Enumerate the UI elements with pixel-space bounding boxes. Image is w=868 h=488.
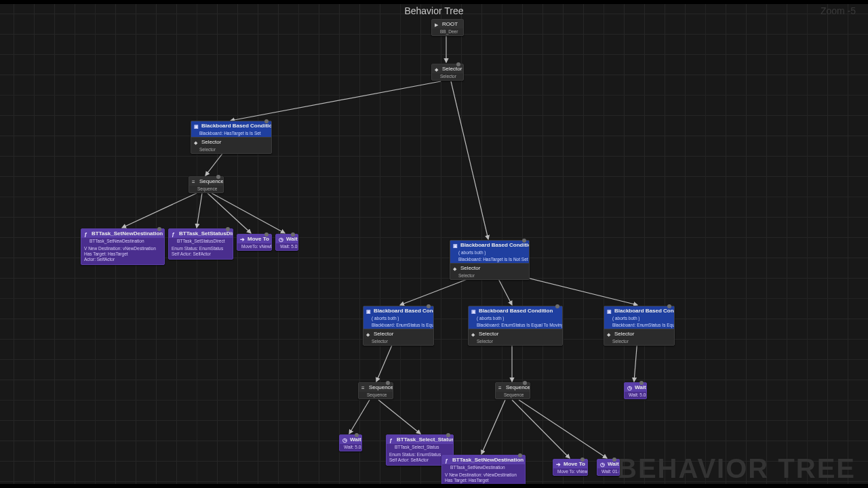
task-sub: BTTask_SetNewDestination — [81, 238, 164, 245]
sequence-icon — [498, 385, 504, 390]
node-task-setstatusdirect[interactable]: BTTask_SetStatusDirect BTTask_SetStatusD… — [168, 228, 233, 260]
selector-sublabel: Selector — [604, 338, 674, 345]
selector-sublabel: Selector — [450, 272, 529, 279]
node-pin — [456, 62, 460, 66]
decorator-sub: Blackboard: EnumStatus Is Equal To Idle — [363, 322, 433, 329]
node-sequence-idle[interactable]: Sequence Sequence — [358, 382, 393, 399]
task-sub: BTTask_SetNewDestination — [442, 464, 525, 471]
node-selector-grazing[interactable]: Blackboard Based Condition ( aborts both… — [604, 306, 675, 346]
node-sequence-moving[interactable]: Sequence Sequence — [495, 382, 530, 399]
node-selector-right[interactable]: Blackboard Based Condition ( aborts both… — [450, 240, 530, 280]
node-task-moveto-1[interactable]: Move To MoveTo: vNewDestination — [237, 234, 272, 251]
node-pin — [555, 304, 559, 308]
node-pin — [355, 433, 359, 437]
decorator-sub: ( aborts both ) — [450, 249, 529, 256]
node-pin — [386, 381, 390, 385]
task-title: Move To — [248, 236, 269, 242]
node-task-setdest-2[interactable]: BTTask_SetNewDestination BTTask_SetNewDe… — [441, 455, 526, 488]
decorator-title: Blackboard Based Condition — [460, 242, 529, 248]
node-task-setdest-1[interactable]: BTTask_SetNewDestination BTTask_SetNewDe… — [81, 228, 165, 265]
node-pin — [264, 119, 269, 123]
sequence-sublabel: Sequence — [496, 392, 530, 399]
task-prop: Has Target: HasTarget — [84, 251, 161, 257]
task-title: Wait — [635, 384, 646, 390]
task-sub: Wait: 01.00 — [597, 468, 619, 475]
sequence-icon — [192, 179, 197, 184]
task-title: Wait — [350, 436, 361, 443]
condition-icon — [607, 308, 612, 314]
node-task-wait-4[interactable]: Wait Wait: 5.0s — [624, 382, 647, 399]
node-pin — [216, 175, 220, 179]
node-pin — [264, 232, 269, 237]
task-sub: Move To: vNewDestination — [553, 468, 587, 475]
task-sub: BTTask_Select_Status — [387, 444, 453, 451]
node-selector-left[interactable]: Blackboard Based Condition Blackboard: H… — [191, 121, 272, 154]
node-pin — [427, 304, 431, 308]
wait-icon — [627, 385, 633, 390]
node-selector-moving[interactable]: Blackboard Based Condition ( aborts both… — [468, 306, 563, 346]
node-pin — [518, 453, 522, 458]
task-icon — [84, 231, 90, 237]
decorator-sub: Blackboard: EnumStatus Is Equal To Movin… — [469, 322, 562, 329]
node-task-wait-2[interactable]: Wait Wait: 5.0s — [339, 434, 362, 451]
task-title: BTTask_Select_Status — [397, 436, 453, 443]
task-prop: V New Destination: vNewDestination — [84, 246, 161, 251]
wait-icon — [279, 237, 284, 242]
move-icon — [240, 237, 245, 242]
selector-icon — [366, 331, 372, 337]
selector-sublabel: Selector — [191, 146, 271, 153]
wait-icon — [342, 437, 348, 443]
decorator-title: Blackboard Based Condition — [479, 308, 553, 314]
node-task-moveto-2[interactable]: Move To Move To: vNewDestination — [553, 459, 588, 476]
root-icon — [435, 22, 440, 27]
selector-sublabel: Selector — [469, 338, 562, 345]
move-icon — [556, 462, 561, 467]
zoom-indicator: Zoom -5 — [821, 5, 856, 16]
selector-label: Selector — [479, 331, 498, 337]
node-sequence-left[interactable]: Sequence Sequence — [189, 176, 224, 193]
task-sub: Wait: 5.0s — [625, 392, 646, 399]
selector-icon — [435, 66, 440, 72]
page-title: Behavior Tree — [404, 5, 463, 16]
sequence-icon — [361, 385, 367, 390]
node-pin — [523, 381, 527, 385]
decorator-sub: ( aborts both ) — [363, 315, 433, 322]
selector-sublabel: Selector — [363, 338, 433, 345]
condition-icon — [453, 243, 458, 248]
decorator-sub: Blackboard: EnumStatus Is Equal To Grazi… — [604, 322, 674, 329]
task-sub: Wait: 5.0s — [276, 243, 298, 250]
sequence-label: Sequence — [369, 384, 393, 390]
task-icon — [172, 231, 177, 237]
task-prop: Self Actor: SelfActor — [172, 251, 230, 257]
task-title: Wait — [608, 461, 619, 467]
decorator-sub: ( aborts both ) — [469, 315, 562, 322]
node-pin — [612, 458, 616, 462]
task-title: Wait — [286, 236, 298, 242]
node-pin — [226, 227, 230, 231]
task-title: BTTask_SetNewDestination — [452, 457, 524, 463]
letterbox-bottom — [0, 484, 868, 488]
task-prop: Actor: SelfActor — [84, 257, 161, 262]
task-sub: BTTask_SetStatusDirect — [169, 238, 233, 245]
task-title: BTTask_SetStatusDirect — [179, 230, 233, 237]
task-title: Move To — [564, 461, 585, 467]
decorator-sub: Blackboard: HasTarget is Is Set — [191, 130, 271, 137]
task-sub: Wait: 5.0s — [340, 444, 361, 451]
decorator-sub: Blackboard: HasTarget is Is Not Set — [450, 256, 529, 263]
selector-icon — [453, 266, 458, 271]
node-task-wait-3[interactable]: Wait Wait: 01.00 — [597, 459, 620, 476]
sequence-sublabel: Sequence — [359, 392, 393, 399]
node-selector-top[interactable]: Selector Selector — [431, 64, 464, 81]
node-selector-idle[interactable]: Blackboard Based Condition ( aborts both… — [363, 306, 434, 346]
node-pin — [157, 227, 161, 231]
task-sub: MoveTo: vNewDestination — [237, 243, 271, 250]
condition-icon — [366, 308, 372, 314]
node-pin — [291, 232, 295, 237]
root-sublabel: BB_Deer — [432, 28, 463, 35]
selector-icon — [194, 140, 199, 145]
node-pin — [639, 381, 644, 385]
node-root[interactable]: ROOT BB_Deer — [431, 19, 464, 36]
decorator-title: Blackboard Based Condition — [374, 308, 433, 314]
node-task-wait-1[interactable]: Wait Wait: 5.0s — [275, 234, 298, 251]
node-pin — [667, 304, 671, 308]
